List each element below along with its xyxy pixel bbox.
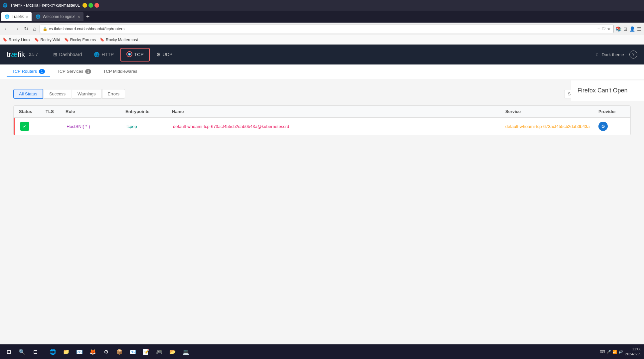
extensions-icon[interactable]: 📚 [616,26,621,32]
tab-traefik[interactable]: 🌐 Traefik ✕ [1,12,32,21]
url-text: cs.tkdashboard.cn/dashboard/#/tcp/router… [49,27,595,31]
bookmarks-bar: 🔖 Rocky Linux 🔖 Rocky Wiki 🔖 Rocky Forum… [0,35,644,45]
provider-cell: ⚙ [598,122,625,131]
browser-toolbar: ← → ↻ ⌂ 🔒 cs.tkdashboard.cn/dashboard/#/… [0,23,644,35]
dashboard-icon: ⊞ [53,52,57,57]
rule-link[interactable]: HostSNI(`*`) [67,124,90,129]
bookmark-label: Rocky Mattermost [106,38,138,42]
main-content: All Status Success Warnings Errors 🔍 Sta… [0,79,644,245]
filter-row: All Status Success Warnings Errors 🔍 [13,89,631,99]
bookmark-label: Rocky Forums [70,38,96,42]
nav-label: Dashboard [59,52,82,57]
bookmark-rocky-linux[interactable]: 🔖 Rocky Linux [3,38,30,42]
tab-close-button[interactable]: ✕ [26,15,28,19]
browser-titlebar: 🌐 Traefik - Mozilla Firefox@k8s-master01 [0,0,644,11]
version-text: 2.5.7 [29,52,38,57]
tab-nginx[interactable]: 🌐 Welcome to nginx! ✕ [32,12,83,21]
logo-text: træfik [7,50,25,59]
dark-theme-button[interactable]: ☾ Dark theme [596,52,624,57]
service-link[interactable]: default-whoami-tcp-673acf455cb2dab0b43a [505,124,590,129]
tab-label: Traefik [12,14,24,19]
help-button[interactable]: ? [629,51,637,59]
firefox-panel-title: Firefox Can't Open [577,87,628,94]
table-row: ✓ HostSNI(`*`) tcpep default-whoami-tcp-… [14,118,630,135]
new-tab-button[interactable]: + [84,13,92,20]
tab-bar: 🌐 Traefik ✕ 🌐 Welcome to nginx! ✕ + [0,11,644,23]
tab-close-button[interactable]: ✕ [78,15,80,19]
home-button[interactable]: ⌂ [32,25,38,33]
main-nav: ⊞ Dashboard 🌐 HTTP TCP [48,48,586,61]
nav-label: TCP [134,52,144,57]
address-bar[interactable]: 🔒 cs.tkdashboard.cn/dashboard/#/tcp/rout… [40,25,614,33]
reload-button[interactable]: ↻ [23,24,30,33]
toolbar-icons: 📚 ⊡ 👤 ☰ [616,26,641,32]
filter-errors-button[interactable]: Errors [102,89,125,99]
udp-icon: ⚙ [156,52,161,57]
bookmark-icon: 🔖 [64,38,69,42]
nav-dashboard[interactable]: ⊞ Dashboard [48,49,87,60]
dark-theme-label: Dark theme [602,52,624,57]
bookmark-rocky-wiki[interactable]: 🔖 Rocky Wiki [34,38,60,42]
close-button[interactable] [94,3,99,8]
col-name: Name [172,109,505,114]
nav-http[interactable]: 🌐 HTTP [88,49,119,60]
forward-button[interactable]: → [13,25,21,33]
fullscreen-icon[interactable]: ⊡ [623,26,627,32]
name-cell[interactable]: default-whoami-tcp-673acf455cb2dab0b43a@… [173,124,505,129]
status-badge: ✓ [20,122,47,131]
service-cell[interactable]: default-whoami-tcp-673acf455cb2dab0b43a [505,124,598,129]
tcp-icon [126,51,132,58]
bookmark-label: Rocky Linux [9,38,30,42]
status-success-icon: ✓ [20,122,29,131]
svg-point-2 [129,54,130,55]
sub-nav-label: TCP Routers [12,69,37,74]
tab-favicon: 🌐 [5,14,10,19]
address-icons: ⋯ 🛡 ★ [596,27,611,31]
traefik-header: træfik 2.5.7 ⊞ Dashboard 🌐 HTTP [0,45,644,64]
kubernetes-provider-icon: ⚙ [598,122,608,131]
nav-tcp[interactable]: TCP [120,48,150,61]
bookmark-label: Rocky Wiki [40,38,60,42]
col-provider: Provider [598,109,625,114]
window-controls [82,3,99,8]
entrypoints-cell[interactable]: tcpep [126,124,173,129]
sub-nav-label: TCP Services [57,69,83,74]
tab-label: Welcome to nginx! [43,14,76,19]
http-icon: 🌐 [94,52,99,57]
theme-icon: ☾ [596,52,600,57]
data-table: Status TLS Rule Entrypoints Name Service… [13,105,631,135]
col-rule: Rule [66,109,125,114]
sub-nav-badge: 1 [85,69,91,74]
browser-window: 🌐 Traefik - Mozilla Firefox@k8s-master01… [0,0,644,245]
bookmark-icon: 🔖 [34,38,39,42]
sub-nav-badge: 1 [39,69,45,74]
col-service: Service [505,109,598,114]
bookmark-icon: 🔖 [100,38,104,42]
rule-cell[interactable]: HostSNI(`*`) [67,124,126,129]
minimize-button[interactable] [82,3,87,8]
help-icon: ? [632,52,635,57]
filter-all-button[interactable]: All Status [13,89,43,99]
sub-nav-tcp-middlewares[interactable]: TCP Middlewares [98,66,142,77]
account-icon[interactable]: 👤 [629,26,635,32]
bookmark-rocky-forums[interactable]: 🔖 Rocky Forums [64,38,96,42]
sub-nav-tcp-routers[interactable]: TCP Routers 1 [7,66,50,77]
sub-nav-label: TCP Middlewares [103,69,137,74]
browser-window-title: Traefik - Mozilla Firefox@k8s-master01 [10,3,80,8]
filter-warnings-button[interactable]: Warnings [72,89,101,99]
nav-udp[interactable]: ⚙ UDP [151,49,178,60]
sub-nav-tcp-services[interactable]: TCP Services 1 [52,66,96,77]
tab-favicon: 🌐 [36,14,41,19]
restore-button[interactable] [88,3,93,8]
bookmark-icon: 🔖 [3,38,7,42]
firefox-panel: Firefox Can't Open [571,80,644,101]
nav-label: HTTP [101,52,114,57]
menu-icon[interactable]: ☰ [637,26,641,32]
col-entrypoints: Entrypoints [125,109,172,114]
back-button[interactable]: ← [3,25,11,33]
name-link[interactable]: default-whoami-tcp-673acf455cb2dab0b43a@… [173,124,289,129]
entrypoints-link[interactable]: tcpep [126,124,137,129]
traefik-logo: træfik 2.5.7 [7,50,38,59]
bookmark-rocky-mattermost[interactable]: 🔖 Rocky Mattermost [100,38,138,42]
filter-success-button[interactable]: Success [44,89,71,99]
